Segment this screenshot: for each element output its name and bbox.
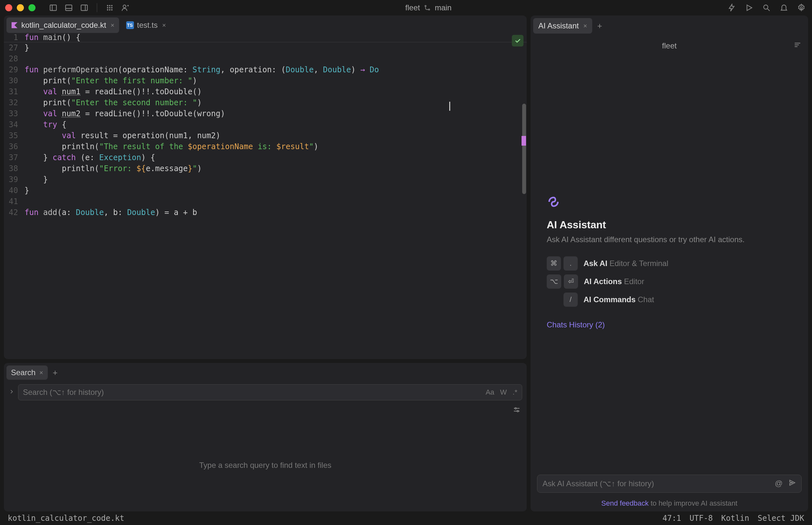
add-tab-button[interactable]: + <box>50 368 60 377</box>
code-text: val num2 = readLine()!!.toDouble(wrong) <box>25 109 527 118</box>
editor-tab[interactable]: kotlin_calculator_code.kt× <box>6 17 119 33</box>
search-tab[interactable]: Search × <box>6 365 48 380</box>
status-file[interactable]: kotlin_calculator_code.kt <box>8 514 124 523</box>
bolt-icon[interactable] <box>726 2 737 13</box>
ai-text-field[interactable] <box>542 479 775 488</box>
search-icon[interactable] <box>761 2 772 13</box>
editor-panel: kotlin_calculator_code.kt×TStest.ts× 1 f… <box>4 15 527 359</box>
key-badge: / <box>564 292 578 307</box>
titlebar: fleet main <box>0 0 812 15</box>
code-line[interactable]: 33 val num2 = readLine()!!.toDouble(wron… <box>4 108 527 119</box>
branch-name: main <box>435 3 451 12</box>
ai-assistant-tab[interactable]: AI Assistant × <box>533 18 592 33</box>
line-number: 36 <box>4 142 25 151</box>
ai-project-name: fleet <box>662 41 676 50</box>
editor-scrollbar[interactable] <box>522 104 526 194</box>
search-settings-icon[interactable] <box>512 406 521 416</box>
code-line[interactable]: 38 println("Error: ${e.message}") <box>4 163 527 174</box>
code-line[interactable]: 31 val num1 = readLine()!!.toDouble() <box>4 86 527 97</box>
code-line[interactable]: 30 print("Enter the first number: ") <box>4 75 527 86</box>
branch-icon <box>424 4 431 11</box>
svg-point-19 <box>429 9 430 10</box>
ai-assistant-panel: AI Assistant × + fleet AI Assistant Ask … <box>531 15 808 511</box>
code-line[interactable]: 29fun performOperation(operationName: St… <box>4 64 527 75</box>
left-panel-toggle-icon[interactable] <box>48 2 59 13</box>
code-line[interactable]: 41 <box>4 196 527 207</box>
code-line[interactable]: 36 println("The result of the $operation… <box>4 141 527 152</box>
run-icon[interactable] <box>744 2 754 13</box>
regex-toggle[interactable]: .* <box>512 388 517 396</box>
code-text: try { <box>25 120 527 129</box>
code-line[interactable]: 34 try { <box>4 119 527 130</box>
add-tab-button[interactable]: + <box>595 21 604 31</box>
add-user-icon[interactable] <box>120 2 131 13</box>
svg-point-11 <box>111 7 112 9</box>
sticky-scroll-row[interactable]: 1 fun main() { <box>4 33 527 42</box>
svg-point-6 <box>107 5 108 6</box>
minimize-window-button[interactable] <box>17 4 24 11</box>
code-line[interactable]: 39 } <box>4 174 527 185</box>
bottom-panel-toggle-icon[interactable] <box>63 2 74 13</box>
search-input[interactable]: Aa W .* <box>18 384 522 400</box>
line-number: 27 <box>4 43 25 52</box>
editor-tabs: kotlin_calculator_code.kt×TStest.ts× <box>4 15 527 33</box>
code-text: println("The result of the $operationNam… <box>25 142 527 151</box>
code-line[interactable]: 27} <box>4 42 527 53</box>
close-icon[interactable]: × <box>111 21 114 29</box>
svg-point-13 <box>109 9 110 10</box>
code-editor[interactable]: 27}2829fun performOperation(operationNam… <box>4 42 527 359</box>
svg-point-18 <box>425 5 426 7</box>
code-line[interactable]: 40} <box>4 185 527 196</box>
search-tab-label: Search <box>11 368 35 377</box>
notifications-icon[interactable] <box>778 2 790 13</box>
menu-icon[interactable] <box>793 41 802 51</box>
project-info[interactable]: fleet main <box>405 3 451 12</box>
settings-icon[interactable] <box>796 2 807 13</box>
ai-action-row[interactable]: ⌘.Ask AI Editor & Terminal <box>547 256 792 271</box>
ai-action-row[interactable]: ⌥⏎AI Actions Editor <box>547 274 792 289</box>
at-icon[interactable]: @ <box>775 479 783 489</box>
chevron-right-icon[interactable] <box>9 388 15 397</box>
status-encoding[interactable]: UTF-8 <box>690 514 713 523</box>
status-jdk[interactable]: Select JDK <box>758 514 805 523</box>
line-number: 32 <box>4 98 25 107</box>
svg-point-25 <box>515 408 516 409</box>
svg-rect-2 <box>65 5 72 10</box>
line-number: 29 <box>4 65 25 74</box>
line-number: 31 <box>4 87 25 96</box>
ai-input[interactable]: @ <box>537 475 802 493</box>
close-icon[interactable]: × <box>40 369 43 376</box>
send-icon[interactable] <box>788 479 796 489</box>
case-sensitive-toggle[interactable]: Aa <box>486 388 494 396</box>
sticky-code: fun main() { <box>25 33 527 42</box>
close-icon[interactable]: × <box>583 22 587 30</box>
code-line[interactable]: 35 val result = operation(num1, num2) <box>4 130 527 141</box>
code-line[interactable]: 32 print("Enter the second number: ") <box>4 97 527 108</box>
close-window-button[interactable] <box>5 4 12 11</box>
code-text: fun performOperation(operationName: Stri… <box>25 65 527 74</box>
whole-word-toggle[interactable]: W <box>500 388 507 396</box>
ai-action-label: AI Actions Editor <box>584 277 644 286</box>
send-feedback-link[interactable]: Send feedback <box>601 499 649 507</box>
code-line[interactable]: 37 } catch (e: Exception) { <box>4 152 527 163</box>
line-number: 30 <box>4 76 25 85</box>
editor-tab[interactable]: TStest.ts× <box>122 17 171 33</box>
svg-rect-0 <box>50 5 57 10</box>
chats-history-link[interactable]: Chats History (2) <box>547 320 792 329</box>
statusbar: kotlin_calculator_code.kt 47:1 UTF-8 Kot… <box>0 511 812 525</box>
search-text-field[interactable] <box>23 388 486 397</box>
maximize-window-button[interactable] <box>28 4 35 11</box>
status-language[interactable]: Kotlin <box>721 514 749 523</box>
line-number: 28 <box>4 54 25 63</box>
code-text: } <box>25 43 527 52</box>
right-panel-toggle-icon[interactable] <box>79 2 90 13</box>
status-cursor-position[interactable]: 47:1 <box>662 514 681 523</box>
code-line[interactable]: 28 <box>4 53 527 64</box>
svg-point-20 <box>764 5 768 9</box>
svg-rect-4 <box>81 5 88 10</box>
code-line[interactable]: 42fun add(a: Double, b: Double) = a + b <box>4 207 527 218</box>
apps-icon[interactable] <box>104 2 115 13</box>
close-icon[interactable]: × <box>162 21 166 29</box>
line-number: 33 <box>4 109 25 118</box>
ai-action-row[interactable]: /AI Commands Chat <box>547 292 792 307</box>
